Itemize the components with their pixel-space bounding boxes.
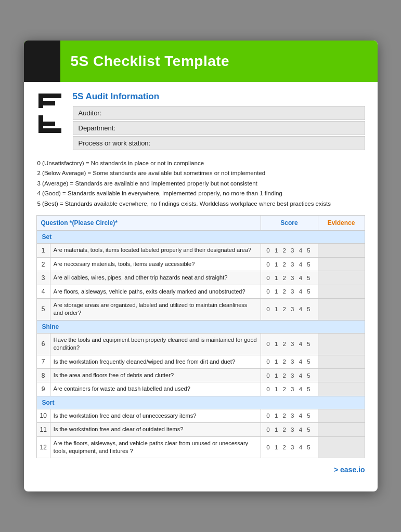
svg-rect-2: [38, 101, 55, 105]
row-number: 1: [36, 244, 50, 257]
footer-link[interactable]: > ease.io: [24, 458, 378, 476]
evidence-cell[interactable]: [318, 368, 365, 382]
auditor-field[interactable]: Auditor:: [73, 106, 365, 120]
evidence-cell[interactable]: [318, 333, 365, 355]
score-options[interactable]: 0 1 2 3 4 5: [261, 257, 318, 271]
row-number: 4: [36, 285, 50, 298]
table-row: 11 Is the workstation free and clear of …: [36, 423, 365, 436]
row-number: 12: [36, 436, 50, 458]
evidence-cell[interactable]: [318, 436, 365, 458]
row-number: 6: [36, 333, 50, 355]
score-options[interactable]: 0 1 2 3 4 5: [261, 382, 318, 396]
score-options[interactable]: 0 1 2 3 4 5: [261, 333, 318, 355]
question-text: Are the floors, aisleways, and vehicle p…: [50, 436, 261, 458]
table-row: 9 Are containers for waste and trash lab…: [36, 382, 365, 396]
audit-info-section: 5S Audit Information Auditor: Department…: [36, 91, 365, 151]
row-number: 11: [36, 423, 50, 436]
question-text: Are all cables, wires, pipes, and other …: [50, 271, 261, 285]
evidence-cell[interactable]: [318, 244, 365, 257]
table-row: 2 Are neccesary materials, tools, items …: [36, 257, 365, 271]
score-options[interactable]: 0 1 2 3 4 5: [261, 285, 318, 298]
table-row: 4 Are floors, aisleways, vehicle paths, …: [36, 285, 365, 298]
table-row: 6 Have the tools and equipment been prop…: [36, 333, 365, 355]
table-row: 12 Are the floors, aisleways, and vehicl…: [36, 436, 365, 458]
score-options[interactable]: 0 1 2 3 4 5: [261, 299, 318, 321]
category-row: Shine: [36, 320, 365, 333]
department-field[interactable]: Department:: [73, 121, 365, 135]
evidence-cell[interactable]: [318, 257, 365, 271]
header-bar: 5S Checklist Template: [24, 41, 378, 82]
table-row: 8 Is the area and floors free of debris …: [36, 368, 365, 382]
question-text: Are floors, aisleways, vehicle paths, ex…: [50, 285, 261, 298]
evidence-cell[interactable]: [318, 299, 365, 321]
legend-item-0: 0 (Unsatisfactory) = No standards in pla…: [37, 158, 364, 169]
svg-rect-4: [38, 122, 55, 126]
row-number: 10: [36, 409, 50, 422]
evidence-cell[interactable]: [318, 355, 365, 368]
row-number: 2: [36, 257, 50, 271]
row-number: 7: [36, 355, 50, 368]
info-section: 5S Audit Information Auditor: Department…: [73, 91, 365, 151]
evidence-cell[interactable]: [318, 423, 365, 436]
table-row: 7 Is the workstation frequently cleaned/…: [36, 355, 365, 368]
score-options[interactable]: 0 1 2 3 4 5: [261, 409, 318, 422]
legend-item-4: 5 (Best) = Standards available everwhere…: [37, 199, 364, 209]
ease-link[interactable]: > ease.io: [334, 466, 365, 474]
category-row: Sort: [36, 396, 365, 409]
category-row: Set: [36, 231, 365, 244]
question-text: Is the workstation free and clear of out…: [50, 423, 261, 436]
table-row: 10 Is the workstation free and clear of …: [36, 409, 365, 422]
row-number: 5: [36, 299, 50, 321]
evidence-header: Evidence: [318, 216, 365, 231]
question-text: Have the tools and equipment been proper…: [50, 333, 261, 355]
score-options[interactable]: 0 1 2 3 4 5: [261, 244, 318, 257]
table-row: 5 Are storage areas are organized, label…: [36, 299, 365, 321]
score-options[interactable]: 0 1 2 3 4 5: [261, 423, 318, 436]
legend-box: 0 (Unsatisfactory) = No standards in pla…: [36, 158, 365, 209]
question-text: Are storage areas are organized, labeled…: [50, 299, 261, 321]
legend-item-2: 3 (Average) = Standards are available an…: [37, 179, 364, 189]
row-number: 3: [36, 271, 50, 285]
row-number: 8: [36, 368, 50, 382]
evidence-cell[interactable]: [318, 409, 365, 422]
score-options[interactable]: 0 1 2 3 4 5: [261, 271, 318, 285]
header-black-block: [24, 41, 60, 82]
score-header: Score: [261, 216, 318, 231]
ease-logo: [36, 92, 63, 136]
question-text: Is the workstation free and clear of unn…: [50, 409, 261, 422]
content-area: 5S Audit Information Auditor: Department…: [24, 82, 378, 459]
question-text: Are materials, tools, items located labe…: [50, 244, 261, 257]
checklist-table: Question *(Please Circle)* Score Evidenc…: [36, 215, 365, 458]
table-row: 1 Are materials, tools, items located la…: [36, 244, 365, 257]
score-options[interactable]: 0 1 2 3 4 5: [261, 436, 318, 458]
evidence-cell[interactable]: [318, 285, 365, 298]
question-text: Are neccesary materials, tools, items ea…: [50, 257, 261, 271]
page-wrapper: 5S Checklist Template 5S Audit Informat: [24, 41, 378, 492]
legend-item-3: 4 (Good) = Standards available in everyw…: [37, 189, 364, 199]
table-header-row: Question *(Please Circle)* Score Evidenc…: [36, 216, 365, 231]
page-title: 5S Checklist Template: [71, 53, 230, 70]
table-row: 3 Are all cables, wires, pipes, and othe…: [36, 271, 365, 285]
audit-section-heading: 5S Audit Information: [73, 91, 365, 102]
question-text: Is the workstation frequently cleaned/wi…: [50, 355, 261, 368]
evidence-cell[interactable]: [318, 382, 365, 396]
question-header: Question *(Please Circle)*: [36, 216, 261, 231]
question-text: Are containers for waste and trash label…: [50, 382, 261, 396]
score-options[interactable]: 0 1 2 3 4 5: [261, 355, 318, 368]
question-text: Is the area and floors free of debris an…: [50, 368, 261, 382]
svg-rect-5: [38, 128, 61, 133]
row-number: 9: [36, 382, 50, 396]
evidence-cell[interactable]: [318, 271, 365, 285]
legend-item-1: 2 (Below Average) = Some standards are a…: [37, 168, 364, 179]
process-field[interactable]: Process or work station:: [73, 136, 365, 150]
score-options[interactable]: 0 1 2 3 4 5: [261, 368, 318, 382]
